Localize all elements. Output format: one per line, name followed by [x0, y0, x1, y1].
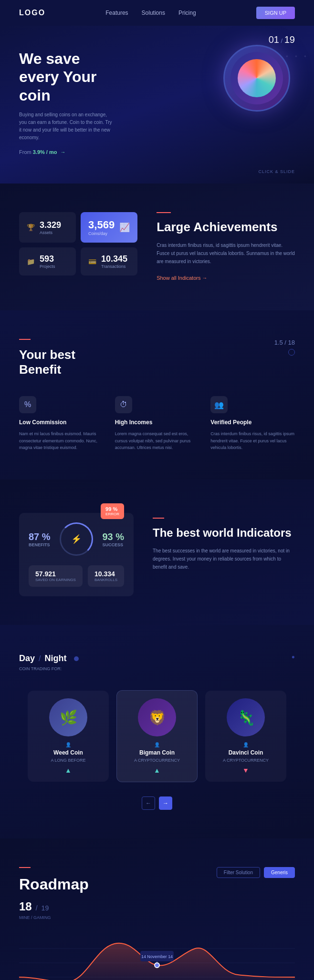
hero-coin-image	[223, 45, 300, 121]
roadmap-counter: 18	[19, 900, 32, 913]
chart-icon: 📈	[119, 222, 130, 233]
daynight-counter: ●	[292, 653, 295, 660]
hero-rate: From 3.9% / mo →	[19, 149, 295, 155]
roadmap-total: 19	[42, 904, 49, 912]
filter-solution[interactable]: Filter Solution	[217, 867, 260, 878]
nav-features[interactable]: Features	[105, 10, 128, 16]
stat-transactions: 💳 10.345 Transactions	[81, 247, 137, 276]
navbar: LOGO Features Solutions Pricing SIGN UP	[0, 0, 314, 26]
hero-counter: 01 / 19	[269, 34, 295, 45]
commission-title: Low Commission	[19, 419, 104, 426]
bigman-name: Bigman Coin	[125, 749, 189, 756]
projects-label: Projects	[40, 264, 55, 269]
prev-button[interactable]: ←	[142, 796, 155, 810]
davinci-subtitle: A CRYPTOCURRENCY	[213, 758, 279, 763]
weed-subtitle: A LONG BEFORE	[35, 758, 101, 763]
coin-weed: 🌿 👤 Weed Coin A LONG BEFORE ▲	[28, 691, 109, 782]
indicators-title: The best world Indicators	[153, 526, 295, 540]
achievements-title: Large Achievements	[157, 220, 295, 235]
hero-section: 01 / 19 We save every Your coin Buying a…	[0, 26, 314, 184]
indicators-visual: 99 % ERROR 87 % BENEFITS ⚡ 93 % SUCCESS	[19, 508, 134, 596]
weed-name: Weed Coin	[35, 749, 101, 756]
coin-davinci: 🦎 👤 Davinci Coin A CRYPTOCURRENCY ▼	[205, 691, 286, 782]
stats-grid: 🏆 3.329 Assets 3,569 Coins/day 📈 📁 593 P…	[19, 212, 137, 276]
indicators-divider	[153, 518, 164, 519]
coins-number: 3,569	[88, 219, 115, 231]
incomes-icon: ⏱	[115, 396, 132, 413]
daynight-header: Day / Night	[19, 653, 295, 664]
bigman-subtitle: A CRYPTOCURRENCY	[125, 758, 189, 763]
indicators-row2: 57.921 SAVED ON EARNINGS 10.334 BANKROLL…	[29, 565, 124, 587]
achievements-section: 🏆 3.329 Assets 3,569 Coins/day 📈 📁 593 P…	[0, 184, 314, 310]
hero-scroll-label: CLICK & SLIDE	[258, 169, 295, 174]
davinci-name: Davinci Coin	[213, 749, 279, 756]
incomes-title: High Incomes	[115, 419, 199, 426]
indicators-pct2: 93 % SUCCESS	[102, 531, 124, 547]
daynight-dot	[74, 656, 79, 661]
daynight-title: Day	[19, 653, 35, 664]
nav-pricing[interactable]: Pricing	[178, 10, 196, 16]
benefit-commission: % Low Commission Nam et mi lacus finibus…	[19, 396, 104, 451]
bigman-medal: 🦁	[138, 698, 176, 736]
next-button[interactable]: →	[159, 796, 172, 810]
nav-solutions[interactable]: Solutions	[142, 10, 165, 16]
benefits-section: Your bestBenefit 1.5 / 18 % Low Commissi…	[0, 310, 314, 480]
stat-projects: 📁 593 Projects	[19, 247, 76, 276]
indicators-row1: 87 % BENEFITS ⚡ 93 % SUCCESS	[29, 522, 124, 556]
pagination: ← →	[19, 796, 295, 810]
hero-desc: Buying and selling coins on an exchange,…	[19, 111, 115, 142]
assets-icon: 🏆	[27, 224, 35, 231]
davinci-arrow: ▼	[213, 766, 279, 774]
commission-icon: %	[19, 396, 36, 413]
nav-links: Features Solutions Pricing	[105, 10, 196, 16]
indicators-sub2: 10.334 BANKROLLS	[88, 565, 124, 587]
daynight-sublabel: COIN TRADING FOR:	[19, 666, 295, 671]
benefit-people: 👥 Verified People Cras interdum finibus …	[210, 396, 295, 451]
people-desc: Cras interdum finibus risus, id sagittis…	[210, 430, 295, 451]
sub1-label: SAVED ON EARNINGS	[35, 578, 76, 582]
roadmap-date: MINE / GAMING	[19, 915, 295, 920]
roadmap-chart: 14 November 14	[19, 934, 295, 980]
stat-coins: 3,569 Coins/day 📈	[81, 212, 137, 243]
roadmap-header: Roadmap Filter Solution Generis	[19, 867, 295, 897]
lightning-icon: ⚡	[71, 534, 82, 544]
transactions-icon: 💳	[88, 258, 96, 265]
davinci-medal: 🦎	[227, 698, 265, 736]
people-title: Verified People	[210, 419, 295, 426]
indicators-text: The best world Indicators The best succe…	[153, 508, 295, 571]
roadmap-title: Roadmap	[19, 876, 89, 893]
transactions-label: Transactions	[101, 264, 127, 269]
coins-row: 🌿 👤 Weed Coin A LONG BEFORE ▲ 🦁 👤 Bigman…	[19, 690, 295, 782]
indicators-main-card: 87 % BENEFITS ⚡ 93 % SUCCESS 57.921	[19, 513, 134, 596]
benefits-header: Your bestBenefit 1.5 / 18	[19, 339, 295, 377]
coins-label: Coins/day	[88, 231, 115, 236]
indicators-desc: The best successes in the world are meas…	[153, 547, 295, 571]
sub2-label: BANKROLLS	[94, 578, 117, 582]
roadmap-divider	[19, 867, 31, 868]
projects-number: 593	[40, 254, 55, 264]
assets-number: 3.329	[40, 220, 61, 230]
benefits-divider	[19, 339, 31, 340]
filter-generis[interactable]: Generis	[264, 867, 295, 878]
nav-logo: LOGO	[19, 9, 45, 17]
show-indicators-link[interactable]: Show all Indicators	[157, 275, 207, 281]
transactions-number: 10.345	[101, 254, 127, 264]
indicators-circle: ⚡	[60, 522, 93, 556]
hero-title: We save every Your coin	[19, 50, 124, 104]
section-divider	[157, 212, 171, 213]
roadmap-filters: Filter Solution Generis	[217, 867, 295, 878]
assets-label: Assets	[40, 230, 61, 235]
weed-icon: 👤	[35, 742, 101, 747]
signup-button[interactable]: SIGN UP	[256, 7, 295, 19]
benefits-counter: 1.5 / 18	[274, 339, 295, 346]
incomes-desc: Lorem magna consequat sed est eros, curs…	[115, 430, 199, 451]
davinci-icon: 👤	[213, 742, 279, 747]
commission-desc: Nam et mi lacus finibus euismod. Mauris …	[19, 430, 104, 451]
indicators-section: 99 % ERROR 87 % BENEFITS ⚡ 93 % SUCCESS	[0, 480, 314, 625]
people-icon: 👥	[210, 396, 228, 413]
bigman-arrow: ▲	[125, 766, 189, 774]
weed-medal: 🌿	[49, 698, 87, 736]
stat-assets: 🏆 3.329 Assets	[19, 212, 76, 243]
achievements-text: Large Achievements Cras interdum finibus…	[157, 212, 295, 282]
weed-arrow: ▲	[35, 766, 101, 774]
